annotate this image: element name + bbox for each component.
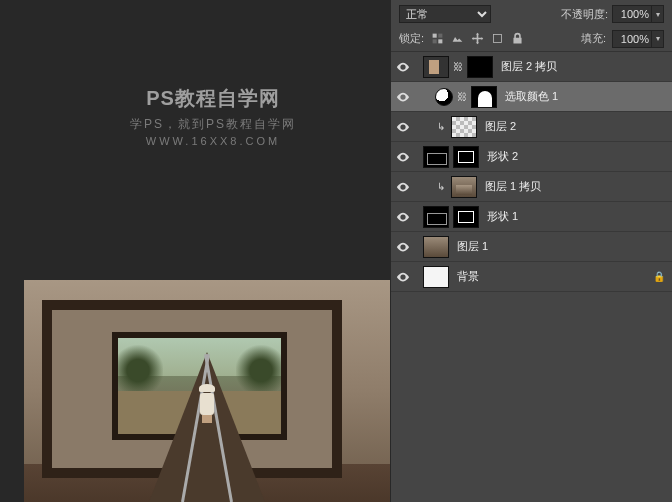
layer-row[interactable]: 形状 2: [391, 142, 672, 172]
opacity-label: 不透明度:: [561, 7, 608, 22]
blend-mode-select[interactable]: 正常: [399, 5, 491, 23]
layer-thumbnail[interactable]: [423, 266, 449, 288]
svg-rect-1: [438, 34, 442, 38]
layer-row[interactable]: 背景🔒: [391, 262, 672, 292]
adjustment-layer-icon[interactable]: [435, 88, 453, 106]
layer-thumbnail[interactable]: [451, 176, 477, 198]
fill-value[interactable]: [613, 33, 651, 45]
link-icon[interactable]: ⛓: [457, 91, 467, 102]
layer-thumbnail[interactable]: [423, 206, 449, 228]
layer-mask-thumbnail[interactable]: [471, 86, 497, 108]
lock-icon: 🔒: [652, 271, 666, 282]
lock-image-icon[interactable]: [450, 32, 464, 46]
layer-row[interactable]: 形状 1: [391, 202, 672, 232]
svg-rect-2: [432, 39, 436, 43]
layer-row[interactable]: ⛓选取颜色 1: [391, 82, 672, 112]
visibility-toggle[interactable]: [391, 120, 415, 134]
chevron-down-icon[interactable]: ▾: [651, 31, 663, 47]
document-image[interactable]: [24, 280, 390, 502]
layer-name[interactable]: 图层 1 拷贝: [485, 179, 666, 194]
blend-opacity-row: 正常 不透明度: ▾: [391, 2, 672, 26]
layer-thumbnail[interactable]: [423, 236, 449, 258]
layer-name[interactable]: 图层 2: [485, 119, 666, 134]
visibility-toggle[interactable]: [391, 180, 415, 194]
opacity-input[interactable]: ▾: [612, 5, 664, 23]
fill-input[interactable]: ▾: [612, 30, 664, 48]
link-icon[interactable]: ⛓: [453, 61, 463, 72]
layer-name[interactable]: 图层 1: [457, 239, 666, 254]
layer-row[interactable]: ↳图层 2: [391, 112, 672, 142]
clip-indicator-icon: ↳: [435, 181, 447, 192]
layers-list: ⛓图层 2 拷贝⛓选取颜色 1↳图层 2形状 2↳图层 1 拷贝形状 1图层 1…: [391, 52, 672, 292]
fill-label: 填充:: [581, 31, 606, 46]
lock-artboard-icon[interactable]: [490, 32, 504, 46]
layer-name[interactable]: 图层 2 拷贝: [501, 59, 666, 74]
visibility-toggle[interactable]: [391, 270, 415, 284]
layer-mask-thumbnail[interactable]: [453, 146, 479, 168]
layer-name[interactable]: 背景: [457, 269, 648, 284]
layer-name[interactable]: 形状 1: [487, 209, 666, 224]
layer-thumbnail[interactable]: [423, 146, 449, 168]
layer-name[interactable]: 形状 2: [487, 149, 666, 164]
svg-rect-4: [493, 34, 501, 42]
visibility-toggle[interactable]: [391, 60, 415, 74]
chevron-down-icon[interactable]: ▾: [651, 6, 663, 22]
layer-row[interactable]: 图层 1: [391, 232, 672, 262]
lock-all-icon[interactable]: [510, 32, 524, 46]
layer-row[interactable]: ⛓图层 2 拷贝: [391, 52, 672, 82]
watermark-url: WWW.16XX8.COM: [130, 135, 296, 147]
layer-thumbnail[interactable]: [423, 56, 449, 78]
lock-transparency-icon[interactable]: [430, 32, 444, 46]
watermark: PS教程自学网 学PS，就到PS教程自学网 WWW.16XX8.COM: [130, 85, 296, 147]
layer-row[interactable]: ↳图层 1 拷贝: [391, 172, 672, 202]
lock-label: 锁定:: [399, 31, 424, 46]
canvas-area: PS教程自学网 学PS，就到PS教程自学网 WWW.16XX8.COM: [0, 0, 391, 502]
layer-mask-thumbnail[interactable]: [453, 206, 479, 228]
opacity-value[interactable]: [613, 8, 651, 20]
clip-indicator-icon: ↳: [435, 121, 447, 132]
layer-mask-thumbnail[interactable]: [467, 56, 493, 78]
visibility-toggle[interactable]: [391, 240, 415, 254]
layer-thumbnail[interactable]: [451, 116, 477, 138]
layer-name[interactable]: 选取颜色 1: [505, 89, 666, 104]
visibility-toggle[interactable]: [391, 150, 415, 164]
svg-rect-3: [438, 39, 442, 43]
layers-panel: 正常 不透明度: ▾ 锁定: 填充: ▾ ⛓图层 2 拷贝⛓选取颜色 1↳图层 …: [391, 0, 672, 502]
visibility-toggle[interactable]: [391, 210, 415, 224]
lock-position-icon[interactable]: [470, 32, 484, 46]
svg-rect-0: [432, 34, 436, 38]
visibility-toggle[interactable]: [391, 90, 415, 104]
watermark-sub: 学PS，就到PS教程自学网: [130, 116, 296, 133]
lock-fill-row: 锁定: 填充: ▾: [391, 26, 672, 52]
watermark-title: PS教程自学网: [130, 85, 296, 112]
